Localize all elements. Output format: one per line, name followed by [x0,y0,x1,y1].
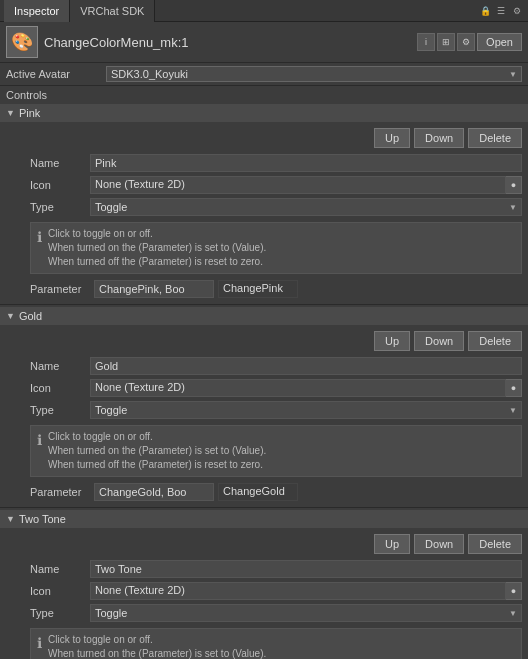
gold-type-label: Type [30,404,90,416]
pink-type-select[interactable]: Toggle ▼ [90,198,522,216]
gold-type-arrow-icon: ▼ [509,406,517,415]
pink-down-button[interactable]: Down [414,128,464,148]
two-tone-icon-input[interactable]: None (Texture 2D) [90,582,506,600]
lock-icon[interactable]: 🔒 [478,4,492,18]
info-btn[interactable]: i [417,33,435,51]
two-tone-info-text: Click to toggle on or off.When turned on… [48,633,266,659]
pink-up-button[interactable]: Up [374,128,410,148]
gold-param-input[interactable] [94,483,214,501]
pink-param-value: ChangePink [218,280,298,298]
active-avatar-dropdown[interactable]: SDK3.0_Koyuki ▼ [106,66,522,82]
two-tone-type-arrow-icon: ▼ [509,609,517,618]
gold-down-button[interactable]: Down [414,331,464,351]
title-bar: Inspector VRChat SDK 🔒 ☰ ⚙ [0,0,528,22]
controls-label: Controls [0,86,528,104]
active-avatar-row: Active Avatar SDK3.0_Koyuki ▼ [0,63,528,86]
section-header-gold[interactable]: ▼ Gold [0,307,528,325]
section-pink: ▼ Pink Up Down Delete Name Icon None (Te… [0,104,528,305]
section-header-two-tone[interactable]: ▼ Two Tone [0,510,528,528]
pink-name-row: Name [0,152,528,174]
gold-icon-row: Icon None (Texture 2D) ● [0,377,528,399]
two-tone-name-input[interactable] [90,560,522,578]
section-body-gold: Up Down Delete Name Icon None (Texture 2… [0,325,528,507]
two-tone-up-button[interactable]: Up [374,534,410,554]
gold-param-row: Parameter ChangeGold [0,481,528,503]
gold-info-box: ℹ Click to toggle on or off.When turned … [30,425,522,477]
section-two-tone: ▼ Two Tone Up Down Delete Name Icon None… [0,510,528,659]
pink-name-label: Name [30,157,90,169]
pink-icon-row: Icon None (Texture 2D) ● [0,174,528,196]
section-title-gold: Gold [19,310,42,322]
gold-icon-input[interactable]: None (Texture 2D) [90,379,506,397]
gold-info-text: Click to toggle on or off.When turned on… [48,430,266,472]
section-body-two-tone: Up Down Delete Name Icon None (Texture 2… [0,528,528,659]
active-avatar-label: Active Avatar [6,68,106,80]
pink-type-label: Type [30,201,90,213]
gold-name-row: Name [0,355,528,377]
gold-icon-field-wrapper: None (Texture 2D) ● [90,379,522,397]
gold-type-select[interactable]: Toggle ▼ [90,401,522,419]
gold-type-row: Type Toggle ▼ [0,399,528,421]
pink-icon-input[interactable]: None (Texture 2D) [90,176,506,194]
gear-btn[interactable]: ⚙ [457,33,475,51]
two-tone-info-box: ℹ Click to toggle on or off.When turned … [30,628,522,659]
two-tone-icon-label: Icon [30,585,90,597]
section-arrow-gold: ▼ [6,311,15,321]
tab-vrchat-sdk[interactable]: VRChat SDK [70,0,155,22]
gold-name-input[interactable] [90,357,522,375]
tab-inspector[interactable]: Inspector [4,0,70,22]
pink-param-row: Parameter ChangePink [0,278,528,300]
open-button[interactable]: Open [477,33,522,51]
section-header-pink[interactable]: ▼ Pink [0,104,528,122]
pink-info-text: Click to toggle on or off.When turned on… [48,227,266,269]
settings-icon[interactable]: ⚙ [510,4,524,18]
gold-info-icon: ℹ [37,431,42,451]
two-tone-down-button[interactable]: Down [414,534,464,554]
two-tone-name-label: Name [30,563,90,575]
pink-icon-label: Icon [30,179,90,191]
title-bar-controls: 🔒 ☰ ⚙ [478,4,524,18]
header-right: i ⊞ ⚙ Open [417,33,522,51]
gold-icon-circle-btn[interactable]: ● [506,379,522,397]
two-tone-btn-row: Up Down Delete [0,532,528,558]
pink-param-label: Parameter [30,283,90,295]
pink-icon-field-wrapper: None (Texture 2D) ● [90,176,522,194]
two-tone-info-icon: ℹ [37,634,42,654]
two-tone-icon-circle-btn[interactable]: ● [506,582,522,600]
two-tone-type-label: Type [30,607,90,619]
object-title: ChangeColorMenu_mk:1 [44,35,189,50]
gold-delete-button[interactable]: Delete [468,331,522,351]
menu-icon[interactable]: ☰ [494,4,508,18]
gold-btn-row: Up Down Delete [0,329,528,355]
gold-name-label: Name [30,360,90,372]
two-tone-icon-field-wrapper: None (Texture 2D) ● [90,582,522,600]
gold-param-label: Parameter [30,486,90,498]
pink-delete-button[interactable]: Delete [468,128,522,148]
grid-btn[interactable]: ⊞ [437,33,455,51]
two-tone-type-select[interactable]: Toggle ▼ [90,604,522,622]
main-content[interactable]: ▼ Pink Up Down Delete Name Icon None (Te… [0,104,528,659]
gold-param-value: ChangeGold [218,483,298,501]
section-body-pink: Up Down Delete Name Icon None (Texture 2… [0,122,528,304]
section-title-pink: Pink [19,107,40,119]
section-gold: ▼ Gold Up Down Delete Name Icon None (Te… [0,307,528,508]
pink-type-row: Type Toggle ▼ [0,196,528,218]
header-section: 🎨 ChangeColorMenu_mk:1 i ⊞ ⚙ Open [0,22,528,63]
pink-info-icon: ℹ [37,228,42,248]
two-tone-icon-row: Icon None (Texture 2D) ● [0,580,528,602]
gold-icon-label: Icon [30,382,90,394]
tab-bar: Inspector VRChat SDK [4,0,155,22]
pink-info-box: ℹ Click to toggle on or off.When turned … [30,222,522,274]
pink-icon-circle-btn[interactable]: ● [506,176,522,194]
pink-name-input[interactable] [90,154,522,172]
object-icon: 🎨 [6,26,38,58]
pink-param-input[interactable] [94,280,214,298]
section-arrow-two-tone: ▼ [6,514,15,524]
section-title-two-tone: Two Tone [19,513,66,525]
gold-up-button[interactable]: Up [374,331,410,351]
pink-btn-row: Up Down Delete [0,126,528,152]
two-tone-type-row: Type Toggle ▼ [0,602,528,624]
two-tone-name-row: Name [0,558,528,580]
two-tone-delete-button[interactable]: Delete [468,534,522,554]
pink-type-arrow-icon: ▼ [509,203,517,212]
